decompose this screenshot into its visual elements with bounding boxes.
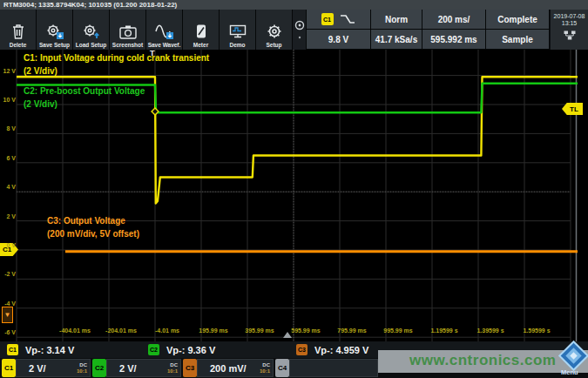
- waveform-display: C1: Input Voltage during cold crank tran…: [0, 50, 588, 341]
- measurement-c1[interactable]: C1 Vp-: 3.14 V: [7, 344, 74, 355]
- c1-coupling: DC: [79, 362, 87, 368]
- y-axis-label: 0 V: [0, 242, 16, 248]
- c2-scale: 2 V/: [119, 363, 137, 374]
- y-axis-label: 8 V: [0, 125, 16, 132]
- menu-button[interactable]: Menu: [561, 368, 578, 376]
- trigger-source-cell[interactable]: C1: [307, 10, 370, 29]
- demo-icon: [227, 23, 248, 40]
- falling-edge-icon: [339, 13, 356, 25]
- x-axis-label: 1.19599 s: [422, 327, 466, 334]
- measurement-value: Vp-: 4.959 V: [314, 345, 368, 355]
- oscilloscope-screen: RTM3004; 1335.8794K04; 101035 (01.200 20…: [0, 0, 588, 378]
- load-setup-button[interactable]: Load Setup: [73, 10, 110, 50]
- button-label: Save Setup: [39, 42, 70, 48]
- datetime-box: 2019-07-08 13:15: [551, 10, 588, 50]
- screenshot-button[interactable]: Screenshot: [110, 10, 146, 50]
- c3-coupling: DC: [262, 362, 270, 368]
- measurement-c3[interactable]: C3 Vp-: 4.959 V: [296, 344, 368, 355]
- measurement-value: Vp-: 9.36 V: [166, 345, 215, 355]
- delete-button[interactable]: Delete: [0, 10, 37, 50]
- window-title: RTM3004; 1335.8794K04; 101035 (01.200 20…: [0, 0, 588, 10]
- c3-annotation: C3: Output Voltage(200 mV/div, 5V offset…: [47, 214, 139, 240]
- trigger-mode-cell[interactable]: Norm: [371, 10, 422, 29]
- button-label: Delete: [10, 42, 27, 48]
- button-label: Save Wavef.: [148, 42, 181, 48]
- demo-button[interactable]: Demo: [220, 10, 256, 50]
- c1-annotation: C1: Input Voltage during cold crank tran…: [24, 51, 209, 78]
- trigger-source-badge: C1: [321, 13, 334, 25]
- knob-icon: [294, 17, 306, 43]
- sample-rate-cell[interactable]: 41.7 kSa/s: [371, 30, 422, 49]
- button-label: Setup: [266, 42, 281, 48]
- trash-icon: [9, 23, 28, 40]
- save-setup-button[interactable]: Save Setup: [37, 10, 73, 50]
- c1-badge: C1: [7, 344, 18, 355]
- c3-probe: 10:1: [260, 368, 270, 375]
- button-label: Demo: [229, 42, 245, 48]
- timebase-cell[interactable]: 200 ms/: [422, 10, 485, 29]
- c2-badge: C2: [148, 344, 159, 355]
- x-axis-label: 1.39599 s: [469, 327, 512, 334]
- c2-coupling: DC: [170, 362, 178, 368]
- measurement-c2[interactable]: C2 Vp-: 9.36 V: [148, 344, 215, 355]
- meter-button[interactable]: Meter: [183, 10, 220, 50]
- c2-probe: 10:1: [167, 368, 178, 375]
- y-axis-label: 12 V: [0, 68, 16, 74]
- x-axis-label: 795.99 ms: [330, 327, 374, 334]
- c2-badge: C2: [92, 359, 106, 377]
- button-label: Meter: [193, 42, 208, 48]
- nav-knob[interactable]: [293, 10, 307, 50]
- network-icon: [564, 30, 576, 40]
- x-axis-label: 1.59599 s: [515, 327, 558, 334]
- time-label: 13:15: [551, 20, 588, 27]
- y-axis-label: 6 V: [0, 155, 16, 161]
- c2-annotation: C2: Pre-boost Output Voltage(2 V/div): [24, 84, 145, 111]
- y-axis-label: 2 V: [0, 213, 16, 219]
- y-axis-label: 10 V: [0, 97, 16, 103]
- c3-badge: C3: [183, 359, 197, 377]
- horizontal-position-cell[interactable]: 595.992 ms: [422, 30, 485, 49]
- date-label: 2019-07-08: [551, 13, 588, 20]
- watermark-text: www.cntronics.com: [409, 352, 556, 369]
- c3-scale: 200 mV/: [210, 363, 247, 374]
- acquisition-mode-cell[interactable]: Sample: [486, 30, 549, 49]
- channel-c3-tile[interactable]: C3 200 mV/ DC10:1: [183, 359, 274, 377]
- rs-logo: [558, 340, 588, 372]
- trigger-level-cell[interactable]: 9.8 V: [307, 30, 370, 49]
- x-axis-label: 195.99 ms: [192, 327, 235, 334]
- c3-badge: C3: [296, 344, 308, 355]
- x-axis-label: -4.01 ms: [145, 327, 189, 334]
- button-label: Load Setup: [76, 42, 106, 48]
- meter-icon: [193, 23, 210, 40]
- setup-button[interactable]: Setup: [256, 10, 293, 50]
- gear-load-icon: [81, 23, 102, 40]
- trigger-time-marker[interactable]: T: [150, 49, 155, 57]
- channel-c1-tile[interactable]: C1 2 V/ DC10:1: [2, 359, 91, 377]
- acquisition-status-cell[interactable]: Complete: [486, 10, 549, 29]
- save-waveform-icon: [154, 23, 175, 40]
- trigger-point-diamond: [152, 108, 159, 115]
- c4-badge: C4: [275, 359, 289, 377]
- channel-c2-tile[interactable]: C2 2 V/ DC10:1: [92, 359, 181, 377]
- measurement-value: Vp-: 3.14 V: [25, 345, 74, 355]
- y-axis-label: -4 V: [0, 300, 16, 307]
- camera-icon: [118, 23, 139, 40]
- save-waveform-button[interactable]: Save Wavef.: [146, 10, 183, 50]
- c3-offset-marker[interactable]: ▼: [2, 307, 13, 323]
- x-axis-label: -204.01 ms: [99, 327, 143, 334]
- x-axis-label: 595.99 ms: [284, 327, 328, 334]
- x-axis-label: -404.01 ms: [53, 327, 97, 334]
- x-axis-label: 995.99 ms: [376, 327, 420, 334]
- gear-icon: [265, 23, 284, 40]
- y-axis-label: -6 V: [0, 329, 16, 335]
- channel-c4-tile[interactable]: C4: [275, 359, 378, 377]
- c1-scale: 2 V/: [29, 363, 46, 374]
- button-label: Screenshot: [112, 42, 143, 48]
- c1-probe: 10:1: [77, 368, 87, 375]
- gear-save-icon: [44, 23, 65, 40]
- y-axis-label: 4 V: [0, 184, 16, 190]
- y-axis-label: -2 V: [0, 271, 16, 277]
- c1-badge: C1: [2, 359, 16, 377]
- x-axis-label: 395.99 ms: [238, 327, 281, 334]
- trigger-acquisition-bar: C1 Norm 200 ms/ Complete 9.8 V 41.7 kSa/…: [307, 10, 550, 50]
